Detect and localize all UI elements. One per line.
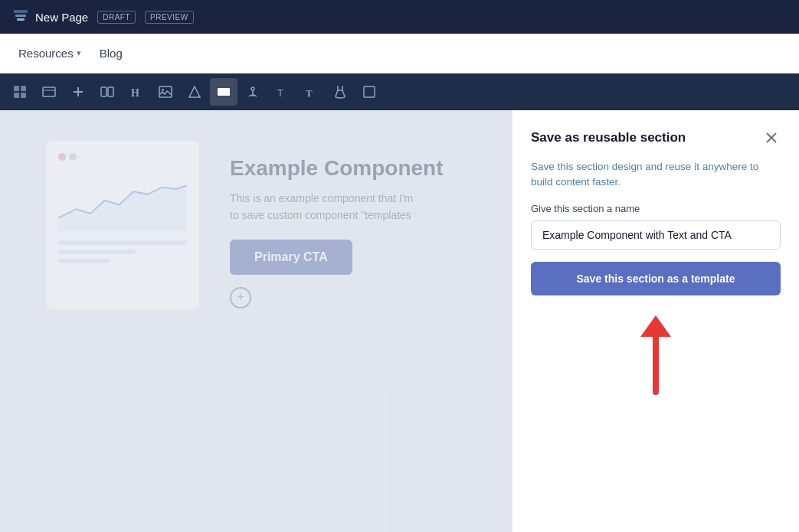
- page-nav: Resources ▾ Blog: [0, 34, 799, 73]
- svg-text:T: T: [277, 87, 283, 98]
- svg-point-15: [162, 89, 164, 91]
- svg-rect-4: [21, 86, 26, 91]
- canvas-overlay: [0, 110, 512, 532]
- preview-badge[interactable]: PREVIEW: [145, 11, 194, 24]
- tool-flask[interactable]: [326, 78, 354, 106]
- tool-heading[interactable]: H: [123, 78, 150, 106]
- panel-header: Save as reusable section: [531, 129, 781, 147]
- svg-point-18: [251, 87, 254, 90]
- tool-text-bold[interactable]: T: [297, 78, 325, 106]
- panel-title: Save as reusable section: [531, 130, 686, 145]
- nav-logo: New Page: [12, 8, 88, 26]
- tool-image[interactable]: [152, 78, 179, 106]
- svg-text:T: T: [306, 87, 313, 98]
- top-nav: New Page DRAFT PREVIEW: [0, 0, 799, 34]
- tool-section[interactable]: [35, 78, 63, 106]
- nav-item-blog[interactable]: Blog: [100, 47, 123, 60]
- main-area: Example Component This is an example com…: [0, 110, 799, 532]
- svg-rect-1: [15, 15, 26, 17]
- right-panel: Save as reusable section Save this secti…: [512, 110, 799, 532]
- page-title: New Page: [35, 11, 88, 24]
- tool-banner[interactable]: [210, 78, 237, 106]
- svg-rect-12: [108, 87, 113, 96]
- close-button[interactable]: [762, 129, 781, 147]
- svg-rect-2: [17, 18, 25, 21]
- nav-label-blog: Blog: [100, 47, 123, 60]
- svg-marker-28: [640, 315, 671, 337]
- draft-badge: DRAFT: [97, 11, 136, 24]
- svg-rect-11: [101, 87, 106, 96]
- svg-text:H: H: [131, 87, 139, 98]
- caret-icon: ▾: [77, 48, 81, 58]
- panel-description: Save this section design and reuse it an…: [531, 159, 781, 191]
- nav-item-resources[interactable]: Resources ▾: [18, 47, 81, 60]
- svg-rect-3: [14, 86, 19, 91]
- canvas-area: Example Component This is an example com…: [0, 110, 512, 532]
- section-name-input[interactable]: [531, 220, 781, 250]
- tool-add[interactable]: [64, 78, 92, 106]
- arrow-annotation: [531, 308, 781, 400]
- tool-layout[interactable]: [355, 78, 383, 106]
- svg-rect-24: [364, 86, 375, 97]
- svg-marker-16: [189, 86, 200, 97]
- svg-rect-6: [21, 93, 26, 98]
- save-template-button[interactable]: Save this section as a template: [531, 262, 781, 295]
- tool-columns[interactable]: [93, 78, 121, 106]
- logo-icon: [12, 8, 29, 26]
- svg-rect-17: [218, 88, 230, 96]
- tool-anchor[interactable]: [239, 78, 267, 106]
- toolbar: H T T: [0, 73, 799, 110]
- svg-rect-7: [43, 87, 55, 96]
- tool-grid[interactable]: [6, 78, 34, 106]
- svg-rect-14: [159, 86, 172, 97]
- svg-rect-0: [14, 10, 28, 13]
- name-field-group: Give this section a name: [531, 203, 781, 250]
- tool-shape[interactable]: [181, 78, 208, 106]
- tool-text[interactable]: T: [268, 78, 296, 106]
- name-field-label: Give this section a name: [531, 203, 781, 214]
- svg-rect-5: [14, 93, 19, 98]
- nav-label-resources: Resources: [18, 47, 74, 60]
